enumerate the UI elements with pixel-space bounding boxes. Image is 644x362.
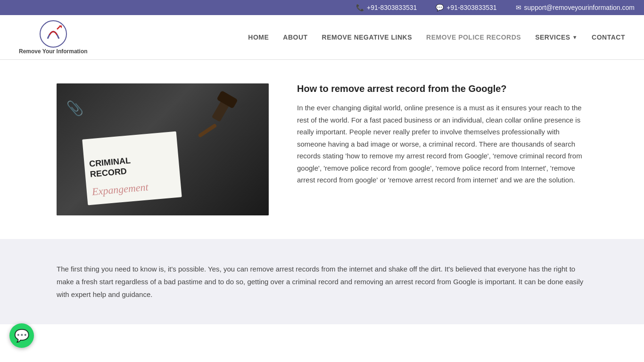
paper-label: CRIMINAL RECORD [89,156,132,180]
article-body: In the ever changing digital world, onli… [297,102,587,186]
nav-remove-police-records[interactable]: REMOVE POLICE RECORDS [426,33,521,41]
header: Remove Your Information HOME ABOUT REMOV… [0,15,644,60]
papers-icon: 📎 [66,100,83,116]
whatsapp-icon: 💬 [436,4,444,11]
phone-number: +91-8303833531 [367,4,417,11]
nav-services[interactable]: SERVICES ▼ [535,33,578,41]
gray-section-text: The first thing you need to know is, it'… [57,263,587,301]
article-text-area: How to remove arrest record from the Goo… [297,83,587,186]
svg-line-1 [57,26,60,29]
nav-contact[interactable]: CONTACT [592,33,625,41]
email-contact[interactable]: ✉ support@removeyourinformation.com [516,4,635,11]
main-nav: HOME ABOUT REMOVE NEGATIVE LINKS REMOVE … [248,33,625,41]
nav-about[interactable]: ABOUT [283,33,307,41]
article-image: 📎 CRIMINAL RECORD Expangement [57,83,269,215]
top-bar: 📞 +91-8303833531 💬 +91-8303833531 ✉ supp… [0,0,644,15]
gavel-decoration [193,90,250,139]
logo-text: Remove Your Information [19,48,88,55]
svg-line-5 [200,126,215,135]
gray-section: The first thing you need to know is, it'… [0,239,644,324]
article-heading: How to remove arrest record from the Goo… [297,83,587,94]
main-content: 📎 CRIMINAL RECORD Expangement How to rem… [0,60,644,239]
nav-services-label: SERVICES [535,33,570,41]
svg-point-0 [40,21,66,47]
email-icon: ✉ [516,4,521,11]
nav-remove-negative-links[interactable]: REMOVE NEGATIVE LINKS [322,33,412,41]
logo-link[interactable]: Remove Your Information [19,20,88,55]
whatsapp-contact[interactable]: 💬 +91-8303833531 [436,4,496,11]
phone-icon: 📞 [356,4,364,11]
chevron-down-icon: ▼ [572,34,578,40]
logo-icon [39,20,67,48]
email-address: support@removeyourinformation.com [524,4,635,11]
nav-home[interactable]: HOME [248,33,269,41]
phone-contact[interactable]: 📞 +91-8303833531 [356,4,417,11]
whatsapp-number: +91-8303833531 [446,4,496,11]
